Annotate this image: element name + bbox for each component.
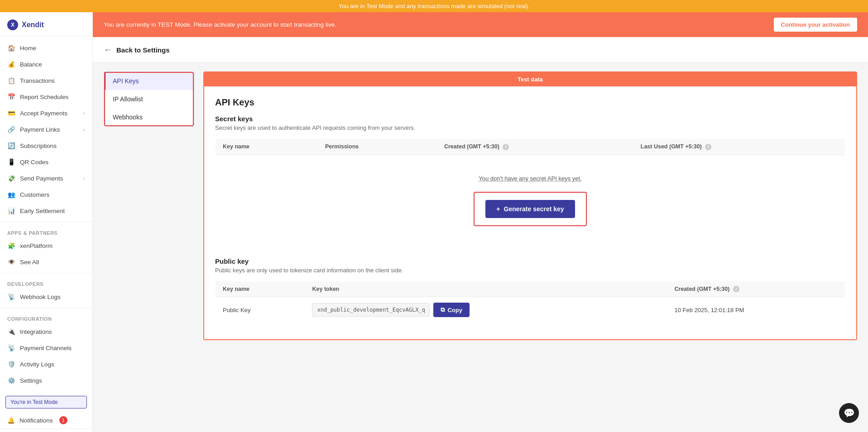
activity-logs-icon: 🛡️: [7, 360, 15, 368]
pub-key-name-cell: Public Key: [216, 297, 305, 323]
apps-section-label: APPS & PARTNERS: [0, 225, 92, 237]
sidebar-item-label: Settings: [20, 377, 42, 384]
payment-links-icon: 🔗: [7, 125, 15, 133]
early-settlement-icon: 📊: [7, 207, 15, 215]
settings-icon: ⚙️: [7, 376, 15, 385]
api-card-header: Test data: [204, 72, 856, 86]
pub-col-key-name: Key name: [216, 281, 305, 297]
report-schedules-icon: 📅: [7, 93, 15, 101]
top-test-banner: You are in Test Mode and any transaction…: [0, 0, 868, 12]
sidebar-divider: [0, 222, 92, 222]
sidebar-item-integrations[interactable]: 🔌 Integrations: [0, 323, 92, 340]
logo-icon: X: [7, 19, 18, 30]
back-arrow-icon[interactable]: ←: [104, 45, 112, 55]
pub-col-key-name-text: Key name: [223, 286, 249, 292]
pub-created-info-icon[interactable]: i: [733, 286, 739, 292]
sidebar-item-activity-logs[interactable]: 🛡️ Activity Logs: [0, 356, 92, 372]
sidebar-item-report-schedules[interactable]: 📅 Report Schedules: [0, 89, 92, 105]
sidebar-item-label: Webhook Logs: [20, 294, 61, 300]
last-used-info-icon[interactable]: i: [705, 144, 711, 150]
col-permissions-text: Permissions: [325, 143, 359, 150]
api-card-body: API Keys Secret keys Secret keys are use…: [204, 86, 856, 339]
balance-icon: 💰: [7, 60, 15, 68]
sidebar-item-transactions[interactable]: 📋 Transactions: [0, 72, 92, 89]
sidebar-item-customers[interactable]: 👥 Customers: [0, 186, 92, 203]
sidebar-item-label: Report Schedules: [20, 94, 68, 100]
no-keys-text: You don't have any secret API keys yet.: [479, 175, 581, 182]
main-content: You are currently in TEST Mode. Please a…: [93, 12, 868, 432]
sidebar-item-settings[interactable]: ⚙️ Settings: [0, 372, 92, 389]
config-section-label: CONFIGURATION: [0, 311, 92, 323]
settings-side-menu: API Keys IP Allowlist Webhooks: [104, 71, 194, 127]
sidebar-item-balance[interactable]: 💰 Balance: [0, 56, 92, 72]
side-menu-item-ip-allowlist[interactable]: IP Allowlist: [104, 90, 194, 108]
notifications-item[interactable]: 🔔 Notifications 1: [0, 412, 92, 428]
sidebar-item-qr-codes[interactable]: 📱 QR Codes: [0, 154, 92, 170]
activation-banner: You are currently in TEST Mode. Please a…: [93, 12, 868, 37]
created-info-icon[interactable]: i: [503, 144, 509, 150]
sidebar-item-early-settlement[interactable]: 📊 Early Settlement: [0, 203, 92, 219]
accept-payments-icon: 💳: [7, 109, 15, 117]
copy-button[interactable]: ⧉ Copy: [433, 303, 470, 317]
col-key-name-text: Key name: [223, 143, 249, 150]
developers-section-label: DEVELOPERS: [0, 276, 92, 289]
sidebar-nav: 🏠 Home 💰 Balance 📋 Transactions 📅 Report…: [0, 36, 92, 392]
public-key-section: Public key Public keys are only used to …: [215, 257, 845, 323]
col-last-used-text: Last Used (GMT +5:30): [641, 143, 702, 150]
side-menu-item-api-keys[interactable]: API Keys: [104, 72, 194, 90]
sidebar-item-webhook-logs[interactable]: 📡 Webhook Logs: [0, 289, 92, 305]
sidebar-item-label: Balance: [20, 61, 42, 68]
sidebar-item-label: Payment Links: [20, 126, 60, 133]
sidebar-item-subscriptions[interactable]: 🔄 Subscriptions: [0, 138, 92, 154]
notification-count-badge: 1: [59, 416, 67, 424]
side-menu-label: IP Allowlist: [113, 95, 143, 103]
generate-key-label: Generate secret key: [504, 205, 564, 213]
notifications-label: Notifications: [19, 417, 53, 424]
sidebar-item-send-payments[interactable]: 💸 Send Payments ›: [0, 170, 92, 186]
sidebar-item-payment-links[interactable]: 🔗 Payment Links ›: [0, 121, 92, 138]
plus-icon: +: [496, 205, 500, 213]
chevron-right-icon: ›: [83, 110, 85, 116]
public-key-desc: Public keys are only used to tokenize ca…: [215, 267, 845, 274]
sidebar-divider: [0, 273, 92, 273]
sidebar-item-payment-channels[interactable]: 📡 Payment Channels: [0, 340, 92, 356]
sidebar-item-label: QR Codes: [20, 159, 48, 166]
sidebar-item-label: Subscriptions: [20, 142, 57, 149]
sidebar-item-label: Early Settlement: [20, 208, 65, 214]
secret-keys-title: Secret keys: [215, 115, 845, 123]
chat-bubble[interactable]: 💬: [839, 403, 859, 423]
key-token-input[interactable]: [312, 303, 430, 317]
chevron-right-icon: ›: [83, 127, 85, 132]
back-nav-label: Back to Settings: [116, 46, 170, 54]
generate-secret-key-button[interactable]: + Generate secret key: [485, 200, 575, 218]
public-key-title: Public key: [215, 257, 845, 265]
pub-col-created: Created (GMT +5:30) i: [667, 281, 845, 297]
sidebar: X Xendit 🏠 Home 💰 Balance 📋 Transactions…: [0, 12, 93, 432]
sidebar-item-see-all[interactable]: 👁️ See All: [0, 254, 92, 270]
generate-key-highlight-border: + Generate secret key: [474, 192, 586, 226]
customers-icon: 👥: [7, 190, 15, 199]
test-mode-badge-text: You're in Test Mode: [10, 399, 58, 405]
side-menu-item-webhooks[interactable]: Webhooks: [104, 108, 194, 126]
test-mode-badge[interactable]: You're in Test Mode: [5, 396, 87, 408]
sidebar-item-accept-payments[interactable]: 💳 Accept Payments ›: [0, 105, 92, 121]
continue-activation-button[interactable]: Continue your activation: [774, 18, 857, 32]
chevron-right-icon: ›: [83, 176, 85, 181]
sidebar-item-label: Accept Payments: [20, 110, 67, 117]
pub-col-key-token: Key token: [305, 281, 667, 297]
public-key-row: Public Key ⧉ Copy: [216, 297, 845, 323]
xenplatform-icon: 🧩: [7, 242, 15, 250]
back-nav: ← Back to Settings: [93, 37, 868, 62]
col-last-used: Last Used (GMT +5:30) i: [633, 139, 845, 155]
public-key-table: Key name Key token Created (GMT +5:30) i: [215, 281, 845, 323]
sidebar-logo[interactable]: X Xendit: [0, 12, 92, 36]
sidebar-item-label: Transactions: [20, 77, 55, 84]
send-payments-icon: 💸: [7, 174, 15, 182]
sidebar-item-label: Integrations: [20, 328, 52, 335]
top-banner-text: You are in Test Mode and any transaction…: [338, 3, 529, 9]
see-all-icon: 👁️: [7, 258, 15, 266]
sidebar-item-xenplatform[interactable]: 🧩 xenPlatform: [0, 237, 92, 254]
qr-codes-icon: 📱: [7, 158, 15, 166]
key-token-container: ⧉ Copy: [312, 303, 660, 317]
sidebar-item-home[interactable]: 🏠 Home: [0, 40, 92, 56]
